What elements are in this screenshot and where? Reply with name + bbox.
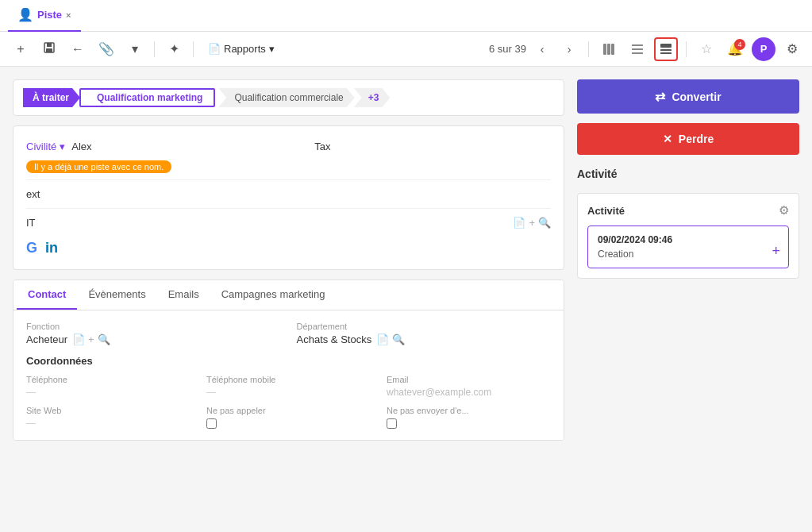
activity-date: 09/02/2024 09:46 [598, 234, 779, 245]
pipeline-more[interactable]: +3 [354, 88, 391, 107]
dept-field[interactable]: IT [26, 217, 506, 229]
list-view-button[interactable] [625, 37, 649, 61]
telephone-mobile-label: Téléphone mobile [206, 375, 371, 384]
doc-icon: 📄 [208, 43, 221, 55]
telephone-label: Téléphone [26, 375, 190, 384]
perdre-label: Perdre [679, 133, 714, 145]
ne-pas-envoyer-checkbox[interactable] [387, 418, 397, 429]
activity-add-button[interactable]: + [772, 243, 780, 260]
svg-rect-3 [603, 44, 606, 55]
pipeline-more-label: +3 [354, 88, 391, 107]
departement-doc-icon[interactable]: 📄 [376, 333, 389, 345]
detail-view-button[interactable] [654, 37, 678, 61]
notification-badge: 4 [734, 39, 745, 50]
back-icon: ← [71, 42, 84, 56]
dropdown-button[interactable]: ▾ [122, 37, 148, 62]
svg-rect-10 [660, 49, 672, 51]
linkedin-icon[interactable]: in [45, 240, 58, 256]
departement-search-icon[interactable]: 🔍 [392, 333, 405, 345]
civilite-select[interactable]: Civilité ▾ [26, 141, 65, 152]
toolbar-separator [154, 41, 155, 57]
attach-button[interactable]: 📎 [94, 37, 119, 62]
tab-evenements[interactable]: Évènements [77, 280, 156, 310]
pipeline-steps: À traiter Qualification marketing Qualif… [13, 79, 564, 116]
pipeline-step-2[interactable]: Qualification marketing [79, 88, 215, 107]
telephone-value[interactable]: — [26, 387, 190, 398]
piste-tab[interactable]: 👤 Piste × [8, 0, 81, 32]
convert-label: Convertir [672, 91, 721, 103]
nav-next-button[interactable]: › [558, 38, 580, 60]
magic-button[interactable]: ✦ [161, 37, 187, 62]
form-card: Civilité ▾ Alex Tax Il y a déjà une pist… [13, 125, 564, 270]
main-content: À traiter Qualification marketing Qualif… [0, 67, 812, 532]
email-value[interactable]: whatever@example.com [387, 387, 551, 398]
ext-field[interactable]: ext [26, 188, 551, 200]
tab-close-icon[interactable]: × [66, 10, 71, 20]
first-name-field[interactable]: Alex [71, 141, 308, 152]
departement-text[interactable]: Achats & Stocks [297, 333, 372, 345]
nav-sep [588, 41, 589, 57]
svg-rect-2 [46, 48, 52, 52]
dept-icons: 📄 + 🔍 [513, 217, 551, 229]
svg-rect-1 [47, 43, 52, 47]
rapports-button[interactable]: 📄 Rapports ▾ [200, 40, 283, 58]
rapports-label: Rapports [224, 43, 266, 55]
attach-icon: 📎 [98, 41, 114, 56]
dept-row: IT 📄 + 🔍 [26, 212, 551, 233]
pipeline-step-3[interactable]: Qualification commerciale [218, 88, 354, 107]
fonction-icons: 📄 + 🔍 [72, 333, 110, 345]
form-divider-2 [26, 208, 551, 209]
tab-contact[interactable]: Contact [17, 280, 77, 310]
fonction-departement-row: Fonction Acheteur 📄 + 🔍 Département [26, 322, 551, 345]
last-name-field[interactable]: Tax [314, 141, 551, 152]
dept-add-icon[interactable]: + [529, 217, 535, 229]
save-icon [43, 41, 56, 57]
pipeline-step-1[interactable]: À traiter [23, 88, 80, 107]
svg-rect-5 [611, 44, 614, 55]
magic-icon: ✦ [169, 41, 179, 56]
departement-icons: 📄 🔍 [376, 333, 405, 345]
add-button[interactable]: + [8, 37, 33, 62]
telephone-field: Téléphone — [26, 375, 190, 398]
fonction-doc-icon[interactable]: 📄 [72, 333, 85, 345]
activity-panel-title: Activité [587, 205, 625, 217]
view-sep [686, 41, 687, 57]
dept-doc-icon[interactable]: 📄 [513, 217, 525, 229]
ext-row: ext [26, 183, 551, 205]
nav-prev-button[interactable]: ‹ [531, 38, 553, 60]
fonction-search-icon[interactable]: 🔍 [98, 333, 110, 345]
dropdown-icon: ▾ [132, 41, 138, 56]
settings-button[interactable]: ⚙ [780, 37, 804, 61]
convert-button[interactable]: ⇄ Convertir [577, 79, 799, 114]
svg-rect-9 [660, 44, 672, 48]
svg-rect-4 [607, 44, 610, 55]
social-icons: G in [26, 233, 551, 260]
telephone-mobile-field: Téléphone mobile — [206, 375, 371, 398]
activity-item: 09/02/2024 09:46 Creation + [587, 226, 789, 268]
tab-emails[interactable]: Emails [157, 280, 210, 310]
fonction-text[interactable]: Acheteur [26, 333, 67, 345]
avatar-button[interactable]: P [752, 37, 775, 61]
civilite-arrow-icon: ▾ [60, 141, 65, 152]
rapports-arrow-icon: ▾ [269, 43, 275, 55]
kanban-view-button[interactable] [597, 37, 621, 61]
google-icon[interactable]: G [26, 240, 37, 256]
svg-rect-6 [632, 44, 643, 46]
tab-campagnes[interactable]: Campagnes marketing [210, 280, 337, 310]
activity-gear-button[interactable]: ⚙ [779, 203, 789, 218]
ne-pas-envoyer-field: Ne pas envoyer d'e... [387, 406, 551, 429]
perdre-button[interactable]: ✕ Perdre [577, 123, 799, 155]
duplicate-warning: Il y a déjà une piste avec ce nom. [26, 160, 171, 173]
departement-field-group: Département Achats & Stocks 📄 🔍 [297, 322, 552, 345]
telephone-mobile-value[interactable]: — [206, 387, 371, 398]
ne-pas-appeler-checkbox[interactable] [206, 418, 217, 429]
back-button[interactable]: ← [65, 37, 90, 62]
star-button[interactable]: ☆ [695, 37, 718, 61]
site-web-value[interactable]: — [26, 418, 190, 429]
notification-button[interactable]: 🔔 4 [723, 37, 747, 61]
nav-right: 6 sur 39 ‹ › ☆ [489, 37, 804, 61]
fonction-add-icon[interactable]: + [88, 333, 94, 345]
save-button[interactable] [37, 37, 62, 62]
convert-icon: ⇄ [655, 89, 665, 104]
dept-search-icon[interactable]: 🔍 [538, 217, 551, 229]
